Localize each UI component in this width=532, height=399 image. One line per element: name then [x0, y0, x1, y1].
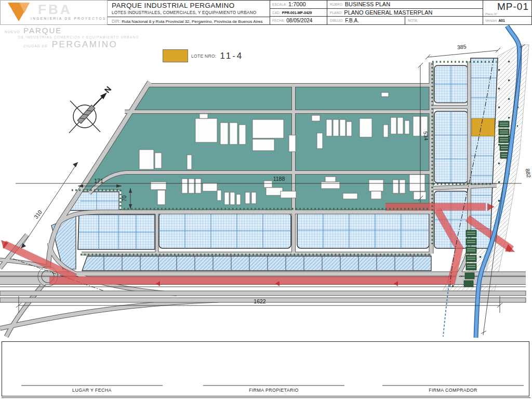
wedge-lot	[51, 216, 76, 269]
sheet-code: MP-01	[497, 1, 529, 12]
svg-text:1188: 1188	[273, 176, 285, 182]
title-block-main: PARQUE INDUSTRIAL PERGAMINO LOTES INDUST…	[108, 0, 270, 25]
plano-value: PLANO GENERAL MASTERPLAN	[344, 9, 432, 16]
svg-text:882: 882	[525, 168, 532, 178]
company-logo: FBA INGENIERIA DE PROYECTOS	[0, 0, 108, 25]
svg-text:385: 385	[457, 43, 467, 50]
signature-line	[382, 385, 524, 386]
signature-box: LUGAR Y FECHA FIRMA PROPIETARIO FIRMA CO…	[2, 341, 529, 396]
signature-owner: FIRMA PROPIETARIO	[203, 385, 344, 393]
title-block-plan-info: RUBRO:BUSINESS PLAN PLANO:PLANO GENERAL …	[327, 0, 483, 25]
lot-legend: LOTE NRO: 11-4	[163, 49, 243, 62]
lot-color-swatch	[163, 49, 188, 62]
date-value: 08/05/2024	[286, 18, 312, 23]
north-arrow: N	[69, 85, 113, 133]
lot-11-4-highlight	[472, 118, 495, 136]
masterplan-sheet: 385 534 882 1188 171 70 310 1622 N FBA I…	[0, 0, 532, 399]
site-plan-drawing: 385 534 882 1188 171 70 310 1622 N	[0, 0, 532, 399]
svg-text:534: 534	[422, 131, 430, 141]
logo-triangle-shade-icon	[19, 3, 30, 13]
svg-text:171: 171	[94, 178, 103, 184]
signature-line	[203, 385, 344, 386]
lot-legend-label: LOTE NRO:	[191, 54, 217, 59]
logo-company-name: FBA	[38, 2, 72, 18]
signature-line	[21, 385, 163, 386]
sheet-id-cell: MP-01 Plano N° Version A01	[483, 0, 532, 25]
project-subtitle: LOTES INDUSTRIALES, COMERCIALES, Y EQUIP…	[108, 9, 270, 15]
cad-code: PPR-001-MP-0429	[282, 11, 312, 15]
title-block: FBA INGENIERIA DE PROYECTOS PARQUE INDUS…	[0, 0, 532, 25]
scale-value: 1:7000	[288, 1, 306, 7]
lot-row-strip	[82, 256, 431, 271]
signature-buyer: FIRMA COMPRADOR	[382, 385, 524, 393]
svg-text:1622: 1622	[254, 298, 266, 304]
svg-text:310: 310	[33, 209, 43, 220]
author-value: F.B.A.	[345, 18, 359, 23]
project-address: DIR: Ruta Nacional 8 y Ruta Provincial 3…	[108, 17, 270, 24]
signature-place-date: LUGAR Y FECHA	[21, 385, 163, 393]
north-label: N	[102, 85, 113, 95]
svg-text:70: 70	[121, 195, 127, 202]
sheet-number-label: Plano N°	[485, 12, 498, 16]
logo-tagline: INGENIERIA DE PROYECTOS	[31, 17, 107, 20]
rubro-value: BUSINESS PLAN	[345, 1, 390, 7]
version-value: A01	[498, 19, 504, 22]
page-bottom-border	[2, 397, 530, 398]
project-title: PARQUE INDUSTRIAL PERGAMINO	[108, 1, 270, 9]
lot-legend-value: 11-4	[220, 51, 244, 61]
title-block-meta: ESCALA:1:7000 CAD:PPR-001-MP-0429 FECHA:…	[270, 0, 327, 25]
